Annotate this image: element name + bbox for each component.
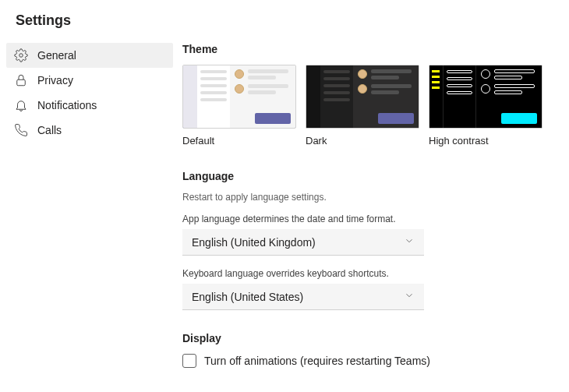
bell-icon [14,98,28,112]
checkbox-label: Turn off animations (requires restarting… [204,355,430,367]
app-language-label: App language determines the date and tim… [182,214,555,224]
chevron-down-icon [404,290,415,303]
theme-preview-default [182,65,296,129]
sidebar-item-label: Notifications [37,99,97,111]
gear-icon [14,48,28,62]
svg-point-0 [19,54,23,58]
settings-sidebar: General Privacy Notifications Calls [0,43,179,368]
theme-options: Default Dark [182,65,555,147]
keyboard-language-select[interactable]: English (United States) [182,284,424,310]
settings-header: Settings [0,0,569,43]
svg-rect-1 [17,79,26,86]
theme-label: Dark [306,135,419,147]
checkbox-box [182,354,196,368]
chevron-down-icon [404,235,415,249]
sidebar-item-notifications[interactable]: Notifications [6,93,173,118]
theme-option-default[interactable]: Default [182,65,296,147]
language-heading: Language [182,170,555,182]
theme-option-high-contrast[interactable]: High contrast [429,65,542,147]
sidebar-item-label: Calls [37,124,62,136]
keyboard-language-label: Keyboard language overrides keyboard sho… [182,268,555,279]
theme-label: Default [182,135,296,147]
sidebar-item-label: Privacy [37,74,73,87]
phone-icon [14,123,28,137]
sidebar-item-label: General [37,49,76,62]
theme-option-dark[interactable]: Dark [306,65,419,147]
page-title: Settings [16,12,553,29]
theme-preview-high-contrast [429,65,542,129]
sidebar-item-general[interactable]: General [6,43,173,68]
keyboard-language-value: English (United States) [192,291,303,303]
display-heading: Display [182,332,555,344]
app-language-select[interactable]: English (United Kingdom) [182,229,424,256]
theme-label: High contrast [429,135,542,147]
language-restart-hint: Restart to apply language settings. [182,192,555,203]
turn-off-animations-checkbox[interactable]: Turn off animations (requires restarting… [182,354,555,368]
settings-content: Theme Default [179,43,569,368]
sidebar-item-privacy[interactable]: Privacy [6,68,173,93]
app-language-value: English (United Kingdom) [192,236,316,249]
sidebar-item-calls[interactable]: Calls [6,118,173,143]
theme-preview-dark [306,65,419,129]
theme-heading: Theme [182,43,555,55]
lock-icon [14,73,28,87]
